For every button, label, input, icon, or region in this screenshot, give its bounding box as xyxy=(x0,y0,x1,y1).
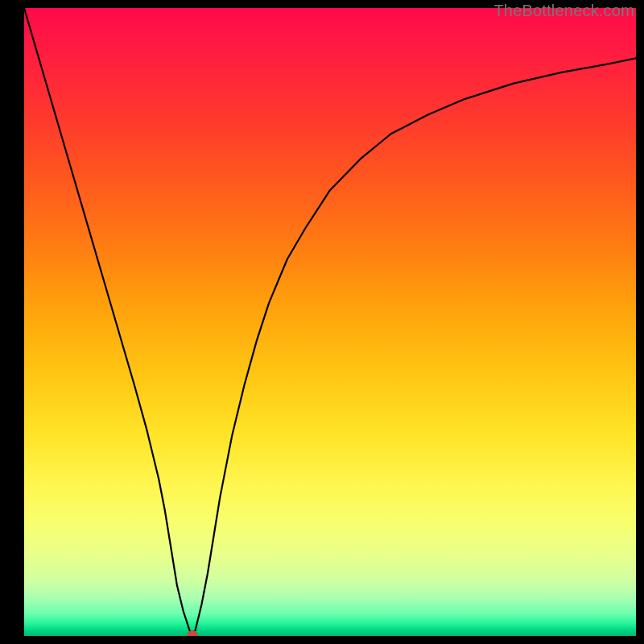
optimal-point-marker xyxy=(187,630,198,636)
bottleneck-curve xyxy=(24,8,636,636)
watermark-text: TheBottleneck.com xyxy=(493,2,634,20)
curve-layer xyxy=(24,8,636,636)
plot-area xyxy=(24,8,636,636)
chart-frame: TheBottleneck.com xyxy=(0,0,644,644)
